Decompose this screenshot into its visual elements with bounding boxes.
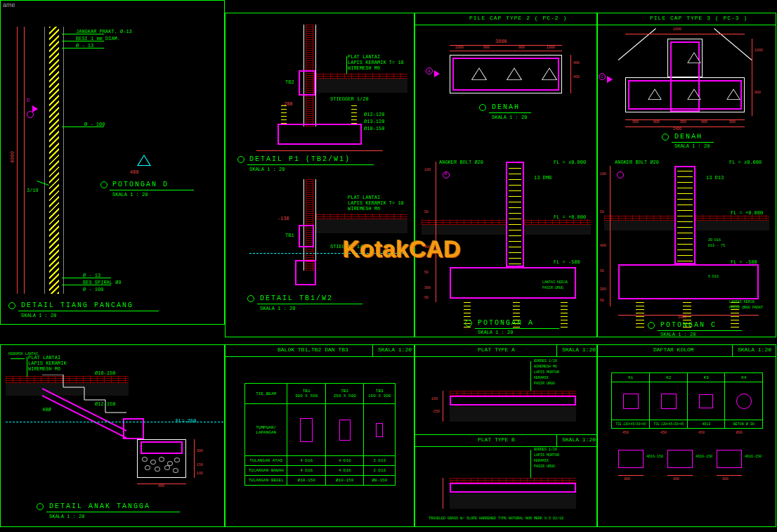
note: 13 DMB: [534, 176, 551, 181]
slab: [422, 219, 506, 225]
panel-header: BALOK TB1,TB2 DAN TB3: [278, 347, 348, 353]
dim: -130: [278, 216, 289, 221]
title: DETAIL TB1/W2: [260, 295, 333, 302]
dim: [618, 315, 759, 316]
dim: 400: [130, 170, 139, 175]
ref-circle: [247, 295, 254, 302]
title: DETAIL ANAK TANGGA: [49, 503, 150, 510]
note: Ø12-120: [364, 112, 384, 117]
footing: [278, 124, 362, 145]
note: BESI 1 mm DIAM.: [76, 37, 120, 41]
dim: [137, 484, 186, 484]
dim: 1000: [673, 28, 681, 32]
scale: SKALA 1 : 20: [660, 332, 696, 337]
dim: 150: [197, 464, 203, 467]
leader: [346, 56, 347, 74]
note: 4D16-150: [745, 455, 762, 459]
note: WIREMESH M6: [28, 367, 60, 372]
leader: [27, 357, 27, 377]
pile: [542, 67, 557, 80]
dim: [194, 439, 195, 478]
dim: 300: [680, 121, 686, 124]
title: POTONGAN D: [112, 181, 169, 188]
panel-scale: SKALA 1:20: [562, 347, 596, 353]
scale: SKALA 1 : 20: [249, 167, 285, 172]
dim: 300: [624, 478, 630, 481]
note: FL = ±0.000: [729, 160, 762, 165]
platA-fill: [450, 406, 576, 422]
dim: 50: [424, 211, 429, 214]
dim: 400: [573, 76, 580, 79]
note: Ø - 13: [76, 44, 93, 48]
stirrups: [509, 164, 521, 264]
dim: 3800: [495, 39, 507, 44]
dim: 300: [600, 288, 606, 292]
slab-top: [316, 73, 407, 79]
note: 5 D16: [708, 275, 719, 279]
slab-fill: [524, 225, 591, 235]
pile: [507, 67, 522, 80]
ref-circle: [662, 134, 669, 141]
platA-top: [450, 391, 576, 396]
ref-circle: [27, 111, 34, 118]
leader: [530, 361, 531, 391]
dim: 300: [729, 121, 736, 124]
dim: 300: [424, 287, 431, 290]
leader: [530, 450, 531, 478]
slab-speckle: [316, 219, 407, 233]
dim: [256, 150, 383, 151]
dim: [24, 27, 25, 294]
hdr-div: [732, 344, 733, 357]
pile: [561, 301, 568, 329]
sect-arrow: [32, 105, 38, 112]
dim: 50: [600, 299, 604, 303]
note: BORDES 1/20: [534, 360, 557, 363]
sect-arrow: [434, 70, 440, 77]
underline: [658, 330, 742, 331]
dim: 800: [755, 91, 761, 95]
ref-circle: A: [426, 67, 433, 74]
line: [44, 27, 45, 294]
note: PASIR URUG: [542, 287, 563, 290]
dim: 2400: [673, 128, 681, 131]
note: 4D16-150: [696, 455, 712, 459]
title: DETAIL P1 (TB2/W1): [249, 156, 351, 163]
scale: SKALA 1 : 20: [49, 514, 84, 519]
title: POTONGAN C: [660, 322, 717, 329]
platB-slab: [450, 483, 576, 493]
dim: 2400: [678, 316, 686, 320]
panel-8: [597, 344, 776, 527]
sect-mark: B: [445, 173, 447, 176]
sect-arrow: [607, 76, 613, 83]
slab-speckle: [316, 79, 407, 93]
note: Ø13-120: [364, 119, 384, 124]
note: PLAT LANTAI: [28, 356, 60, 361]
dim: [625, 34, 745, 34]
dim: 900: [701, 121, 707, 124]
underline: [672, 142, 714, 143]
pile-zigzag: [49, 27, 59, 294]
note: 40Ø: [42, 408, 51, 413]
rebar: [281, 105, 287, 125]
underline: [475, 328, 559, 329]
panel-1: [0, 0, 225, 325]
note: Ø - 100: [84, 122, 105, 127]
ref-circle: [465, 320, 472, 327]
ref-circle: [237, 156, 244, 163]
note: BORDES 1/20: [534, 448, 557, 452]
panel-scale: SKALA 1:20: [738, 347, 771, 353]
ref-circle: [100, 181, 107, 188]
note: KERAMIK LANTAI: [8, 353, 38, 356]
note: Ø - 13: [83, 273, 100, 278]
panel-header: PILE CAP TYPE 3 ( PC-3 ): [650, 15, 747, 21]
dim: 900: [518, 46, 525, 50]
beam-tb1: [299, 225, 314, 247]
note: LANTAI KERJA: [729, 301, 755, 304]
hdr-div: [556, 344, 557, 357]
rebar: [351, 105, 357, 125]
note: FL = ±0.000: [554, 160, 586, 165]
underline: [46, 512, 180, 512]
slab-fill: [696, 221, 769, 231]
note: FL = -500: [554, 260, 580, 265]
underline: [247, 164, 374, 165]
